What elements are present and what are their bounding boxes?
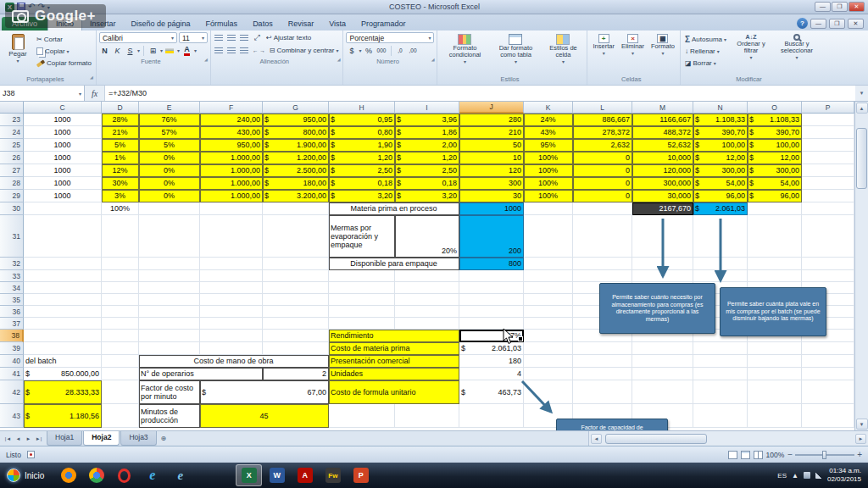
column-header-G[interactable]: G <box>263 102 329 114</box>
language-indicator[interactable]: ES <box>777 472 787 480</box>
horizontal-scroll-thumb[interactable] <box>605 434 707 444</box>
cell-K26[interactable]: 100% <box>524 152 573 164</box>
help-icon[interactable]: ? <box>797 18 808 29</box>
cell-C31[interactable] <box>24 215 102 258</box>
row-header-39[interactable]: 39 <box>0 342 24 355</box>
align-middle-button[interactable] <box>226 32 237 43</box>
column-header-M[interactable]: M <box>632 102 693 114</box>
cell-D32[interactable] <box>102 258 139 270</box>
formula-bar-expand-icon[interactable]: ▾ <box>855 86 868 101</box>
row-header-43[interactable]: 43 <box>0 404 24 428</box>
cell-L41[interactable] <box>573 368 632 380</box>
cell-K29[interactable]: 100% <box>524 190 573 202</box>
font-color-button[interactable]: A <box>181 45 192 56</box>
cell-D23[interactable]: 28% <box>102 114 139 126</box>
cell-G23[interactable]: $950,00 <box>263 114 329 126</box>
cell-D37[interactable] <box>102 318 139 330</box>
cell-G33[interactable] <box>263 270 329 282</box>
cell-P41[interactable] <box>802 368 854 380</box>
cell-E34[interactable] <box>139 282 200 294</box>
format-as-table-button[interactable]: Dar formato como tabla▾ <box>491 32 540 67</box>
cell-F34[interactable] <box>200 282 263 294</box>
cell-N43[interactable] <box>693 404 748 428</box>
cell-G27[interactable]: $2.500,00 <box>263 164 329 177</box>
cell-J30[interactable]: 1000 <box>459 202 524 215</box>
align-center-button[interactable] <box>226 45 237 56</box>
cell-F42[interactable]: $67,00 <box>200 380 329 404</box>
cell-I23[interactable]: $3,96 <box>395 114 459 126</box>
scroll-up-icon[interactable]: ▲ <box>856 103 868 114</box>
font-size-select[interactable]: 11▾ <box>179 32 208 43</box>
cell-H33[interactable] <box>329 270 395 282</box>
cell-J28[interactable]: 300 <box>459 177 524 190</box>
cell-P26[interactable] <box>802 152 854 164</box>
cell-O27[interactable]: $300,00 <box>748 164 802 177</box>
cell-M31[interactable] <box>632 215 693 258</box>
workbook-close-button[interactable]: ✕ <box>848 19 864 29</box>
dialog-launcher-icon[interactable]: ◢ <box>204 54 208 65</box>
cell-N27[interactable]: $300,00 <box>693 164 748 177</box>
cell-H41[interactable]: Unidades <box>329 368 459 380</box>
cell-C27[interactable]: 1000 <box>24 164 102 177</box>
cell-P42[interactable] <box>802 380 854 404</box>
cell-L31[interactable] <box>573 215 632 258</box>
close-button[interactable]: ✕ <box>849 2 865 12</box>
column-header-N[interactable]: N <box>693 102 748 114</box>
cell-L29[interactable]: 0 <box>573 190 632 202</box>
cell-O28[interactable]: $54,00 <box>748 177 802 190</box>
cell-G30[interactable] <box>263 202 329 215</box>
cell-L24[interactable]: 278,372 <box>573 126 632 139</box>
cell-C23[interactable]: 1000 <box>24 114 102 126</box>
cell-J25[interactable]: 50 <box>459 139 524 152</box>
cell-H23[interactable]: $0,95 <box>329 114 395 126</box>
cell-G34[interactable] <box>263 282 329 294</box>
cell-P39[interactable] <box>802 342 854 355</box>
align-bottom-button[interactable] <box>239 32 250 43</box>
column-header-K[interactable]: K <box>524 102 573 114</box>
cell-I26[interactable]: $1,20 <box>395 152 459 164</box>
cell-F36[interactable] <box>200 306 263 318</box>
row-header-36[interactable]: 36 <box>0 306 24 318</box>
vertical-scroll-thumb[interactable] <box>856 128 867 189</box>
cell-styles-button[interactable]: Estilos de celda▾ <box>542 32 584 67</box>
cell-O25[interactable]: $100,00 <box>748 139 802 152</box>
cell-M42[interactable] <box>632 380 693 404</box>
cell-K34[interactable] <box>524 282 573 294</box>
cell-M30[interactable]: 2167,670 <box>632 202 693 215</box>
ribbon-tab-programador[interactable]: Programador <box>353 17 414 30</box>
last-sheet-icon[interactable]: ►| <box>34 436 43 441</box>
cell-D30[interactable]: 100% <box>102 202 139 215</box>
sort-filter-button[interactable]: A↓Z Ordenar y filtrar▾ <box>730 32 772 63</box>
normal-view-icon[interactable] <box>728 451 737 459</box>
cell-C25[interactable]: 1000 <box>24 139 102 152</box>
vertical-scrollbar[interactable]: ▲ ▼ <box>854 102 868 430</box>
cell-K36[interactable] <box>524 306 573 318</box>
cell-E24[interactable]: 57% <box>139 126 200 139</box>
cell-E36[interactable] <box>139 306 200 318</box>
cell-D35[interactable] <box>102 294 139 306</box>
delete-cells-button[interactable]: × Eliminar▾ <box>619 32 647 58</box>
cell-H29[interactable]: $3,20 <box>329 190 395 202</box>
cell-C29[interactable]: 1000 <box>24 190 102 202</box>
cell-F26[interactable]: 1.000,00 <box>200 152 263 164</box>
cell-D29[interactable]: 3% <box>102 190 139 202</box>
cell-H30[interactable]: Materia prima en proceso <box>329 202 459 215</box>
cell-N41[interactable] <box>693 368 748 380</box>
cell-K24[interactable]: 43% <box>524 126 573 139</box>
cell-F43[interactable]: 45 <box>200 404 329 428</box>
cell-O23[interactable]: $1.108,33 <box>748 114 802 126</box>
zoom-slider[interactable]: − + <box>787 450 862 459</box>
cell-H38[interactable]: Rendimiento <box>329 330 459 342</box>
cell-I29[interactable]: $3,20 <box>395 190 459 202</box>
ribbon-tab-dise-o-de-p-gina[interactable]: Diseño de página <box>124 17 198 30</box>
column-header-L[interactable]: L <box>573 102 632 114</box>
cell-J35[interactable] <box>459 294 524 306</box>
copy-button[interactable]: Copiar▾ <box>35 46 93 57</box>
cell-O24[interactable]: $390,70 <box>748 126 802 139</box>
row-header-38[interactable]: 38 <box>0 330 24 342</box>
page-layout-view-icon[interactable] <box>741 451 750 459</box>
cell-K33[interactable] <box>524 270 573 282</box>
name-box[interactable]: J38▾ <box>0 86 85 101</box>
column-header-J[interactable]: J <box>459 102 524 114</box>
cell-L40[interactable] <box>573 355 632 368</box>
